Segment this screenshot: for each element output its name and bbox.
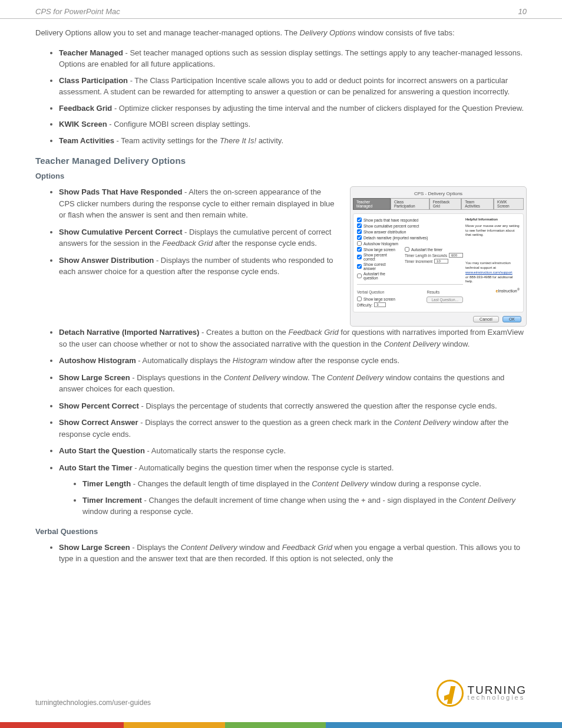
- opt-desc: window and: [237, 543, 282, 552]
- opt-desc: - Automatically displays the: [136, 356, 233, 365]
- checkbox[interactable]: [357, 241, 362, 246]
- opt-em: Content Delivery: [384, 340, 440, 348]
- checkbox-row[interactable]: Show cumulative percent correct: [357, 223, 463, 228]
- page-footer: turningtechnologies.com/user-guides TURN…: [0, 680, 562, 707]
- tab-teacher-managed[interactable]: Teacher Managed: [353, 198, 391, 210]
- verbal-list: Show Large Screen - Displays the Content…: [35, 542, 527, 565]
- list-item: Show Pads That Have Responded - Alters t…: [59, 186, 338, 221]
- opt-desc: - Displays the: [130, 543, 181, 552]
- checkbox-row[interactable]: Show pads that have responded: [357, 218, 463, 222]
- opt-desc: - Changes the default length of time dis…: [131, 479, 312, 488]
- timer-increment-input[interactable]: 10: [434, 259, 448, 263]
- tab-name: Feedback Grid: [59, 104, 112, 113]
- tab-name: Team Activities: [59, 136, 114, 145]
- dialog-tabs: Teacher Managed Class Participation Feed…: [353, 198, 524, 210]
- checkbox[interactable]: [357, 235, 362, 240]
- opt-desc: - Automatically begins the question time…: [133, 463, 394, 472]
- checkbox-row[interactable]: Autoshow histogram: [357, 241, 463, 246]
- checkbox-label: Show large screen: [363, 248, 395, 252]
- opt-desc: - Displays the percentage of students th…: [139, 401, 497, 410]
- ok-button[interactable]: OK: [503, 316, 521, 322]
- opt-em: Content Delivery: [394, 418, 451, 427]
- checkbox-row[interactable]: Show answer distribution: [357, 229, 463, 234]
- page-header: CPS for PowerPoint Mac 10: [0, 0, 562, 19]
- checkbox-row[interactable]: Show percent correct: [357, 253, 399, 261]
- subsection-verbal-questions: Verbal Questions: [35, 527, 527, 536]
- list-item: Timer Length - Changes the default lengt…: [82, 478, 527, 490]
- opt-em: Content Delivery: [181, 543, 237, 552]
- opt-desc: window.: [441, 340, 470, 348]
- list-item: Show Cumulative Percent Correct - Displa…: [59, 226, 338, 249]
- support-link[interactable]: www.einstruction.com/support: [465, 271, 520, 275]
- opt-name: Detach Narrative (Imported Narratives): [59, 328, 199, 337]
- cancel-button[interactable]: Cancel: [473, 316, 499, 322]
- tab-desc: - Configure MOBI screen display settings…: [107, 120, 251, 129]
- tab-feedback-grid[interactable]: Feedback Grid: [429, 198, 462, 210]
- intro-paragraph: Delivery Options allow you to set and ma…: [35, 27, 527, 39]
- list-item: Show Percent Correct - Displays the perc…: [59, 400, 527, 412]
- checkbox[interactable]: [357, 264, 362, 269]
- opt-name: Show Pads That Have Responded: [59, 187, 183, 196]
- section-teacher-managed: Teacher Managed Delivery Options: [35, 156, 527, 166]
- checkbox[interactable]: [357, 274, 362, 278]
- inner-list: Timer Length - Changes the default lengt…: [59, 478, 527, 518]
- checkbox-label: Show correct answer: [363, 262, 399, 271]
- tab-desc-em: There It Is!: [220, 136, 256, 145]
- help-header: Helpful Information: [465, 218, 520, 222]
- opt-name: Auto Start the Timer: [59, 463, 133, 472]
- last-question-button[interactable]: Last Question...: [427, 297, 463, 303]
- support-text: You may contact eInstruction technical s…: [465, 261, 520, 271]
- intro-post: window consists of five tabs:: [356, 28, 455, 37]
- timer-length-input[interactable]: 600: [449, 253, 463, 258]
- list-item: Auto Start the Timer - Automatically beg…: [59, 462, 527, 518]
- checkbox-row[interactable]: Autostart the question: [357, 272, 399, 280]
- list-item: Timer Increment - Changes the default in…: [82, 495, 527, 518]
- checkbox-row[interactable]: Show large screen: [357, 297, 421, 301]
- difficulty-select[interactable]: 3: [374, 302, 386, 307]
- tab-kwik-screen[interactable]: KWIK Screen: [494, 198, 524, 210]
- opt-em: Feedback Grid: [282, 543, 332, 552]
- opt-desc: window during a response cycle.: [82, 507, 193, 516]
- list-item: Teacher Managed - Set teacher managed op…: [59, 47, 527, 70]
- opt-em: Feedback Grid: [288, 328, 338, 337]
- list-item: KWIK Screen - Configure MOBI screen disp…: [59, 118, 527, 130]
- opt-desc: - Displays questions in the: [130, 373, 224, 382]
- checkbox-label: Show percent correct: [363, 253, 399, 261]
- tab-team-activities[interactable]: Team Activities: [461, 198, 494, 210]
- opt-desc: - Automatically starts the response cycl…: [145, 446, 286, 455]
- tab-desc: - Team activity settings for the: [114, 136, 220, 145]
- tab-class-participation[interactable]: Class Participation: [391, 198, 429, 210]
- opt-desc: window after the response cycle ends.: [267, 356, 399, 365]
- tabs-list: Teacher Managed - Set teacher managed op…: [35, 47, 527, 147]
- list-item: Autoshow Histogram - Automatically displ…: [59, 355, 527, 367]
- checkbox[interactable]: [405, 247, 409, 252]
- opt-em: Content Delivery: [327, 373, 384, 382]
- checkbox[interactable]: [357, 229, 362, 234]
- opt-em: Content Delivery: [224, 373, 280, 382]
- checkbox-row[interactable]: Show large screen: [357, 247, 399, 252]
- logo-line2: technologies: [467, 695, 527, 700]
- checkbox[interactable]: [357, 255, 362, 259]
- opt-name: Auto Start the Question: [59, 446, 145, 455]
- checkbox-row[interactable]: Autostart the timer: [405, 247, 463, 252]
- checkbox[interactable]: [357, 297, 362, 301]
- checkbox-label: Show pads that have responded: [363, 218, 418, 222]
- checkbox[interactable]: [357, 223, 362, 228]
- verbal-question-header: Verbal Question: [357, 290, 421, 294]
- dialog-title: CPS - Delivery Options: [353, 189, 524, 198]
- opt-desc: - Creates a button on the: [199, 328, 288, 337]
- opt-name: Timer Increment: [82, 496, 142, 505]
- list-item: Show Answer Distribution - Displays the …: [59, 255, 338, 278]
- tab-desc: - Optimize clicker responses by adjustin…: [112, 104, 524, 113]
- opt-desc: - Displays the correct answer to the que…: [138, 418, 394, 427]
- opt-name: Show Answer Distribution: [59, 256, 154, 265]
- checkbox-row[interactable]: Detach narrative (imported narratives): [357, 235, 463, 240]
- checkbox[interactable]: [357, 247, 362, 252]
- checkbox[interactable]: [357, 218, 362, 222]
- checkbox-row[interactable]: Show correct answer: [357, 262, 399, 271]
- tab-desc: - Set teacher managed options such as se…: [59, 48, 523, 69]
- checkbox-label: Autostart the question: [363, 272, 399, 280]
- help-text: Move your mouse over any setting to see …: [465, 224, 520, 238]
- support-phone: or 888-333-4988 for additional help.: [465, 275, 520, 285]
- opt-desc: - Changes the default increment of time …: [142, 496, 459, 505]
